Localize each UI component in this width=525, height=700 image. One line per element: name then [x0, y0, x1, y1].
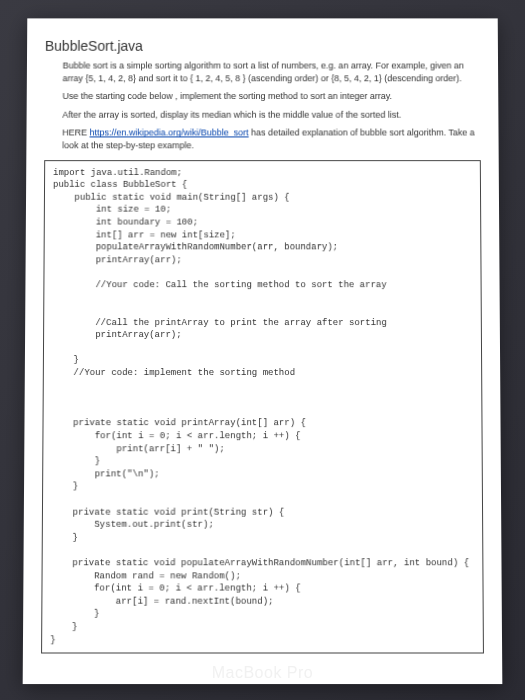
- paragraph-4: HERE https://en.wikipedia.org/wiki/Bubbl…: [62, 127, 481, 152]
- paragraph-1: Bubble sort is a simple sorting algorith…: [63, 60, 481, 85]
- paragraph-2: Use the starting code below , implement …: [62, 90, 480, 102]
- page-title: BubbleSort.java: [45, 38, 480, 54]
- wikipedia-link[interactable]: https://en.wikipedia.org/wiki/Bubble_sor…: [90, 128, 249, 138]
- paragraph-3: After the array is sorted, display its m…: [62, 109, 480, 121]
- code-listing: import java.util.Random; public class Bu…: [41, 160, 484, 654]
- document-page: BubbleSort.java Bubble sort is a simple …: [23, 18, 503, 684]
- device-watermark: MacBook Pro: [0, 664, 525, 682]
- link-prefix: HERE: [62, 128, 89, 138]
